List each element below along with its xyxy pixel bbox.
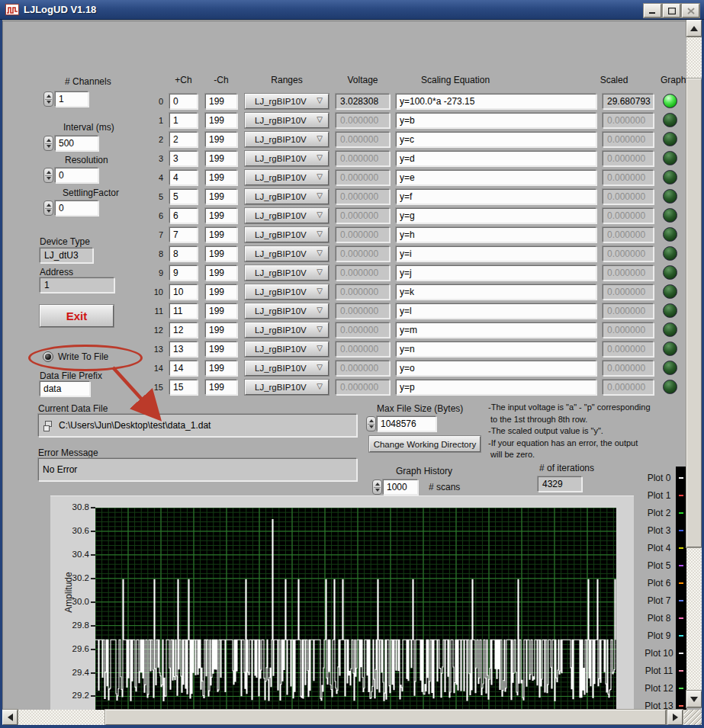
legend-item[interactable]: Plot 2 xyxy=(635,505,683,522)
pos-channel-input[interactable] xyxy=(169,151,198,166)
range-dropdown[interactable]: LJ_rgBIP10V ▽ xyxy=(245,322,329,338)
legend-item[interactable]: Plot 11 xyxy=(635,662,683,680)
pos-channel-input[interactable] xyxy=(169,284,198,300)
scroll-left-button[interactable] xyxy=(2,710,18,725)
range-dropdown[interactable]: LJ_rgBIP10V ▽ xyxy=(245,303,329,319)
graph-history-stepper[interactable] xyxy=(372,479,382,495)
scroll-down-button[interactable] xyxy=(686,691,702,707)
scaling-equation-input[interactable] xyxy=(396,208,596,223)
range-dropdown[interactable]: LJ_rgBIP10V ▽ xyxy=(245,342,329,357)
horizontal-scroll-thumb[interactable] xyxy=(105,710,666,725)
graph-led[interactable] xyxy=(663,246,677,261)
maximize-button[interactable] xyxy=(663,4,680,18)
pos-channel-input[interactable] xyxy=(169,303,198,319)
neg-channel-input[interactable] xyxy=(205,132,237,147)
legend-item[interactable]: Plot 0 xyxy=(635,470,683,487)
neg-channel-input[interactable] xyxy=(205,342,237,357)
neg-channel-input[interactable] xyxy=(205,170,237,185)
scaling-equation-input[interactable] xyxy=(396,246,596,261)
pos-channel-input[interactable] xyxy=(169,246,198,261)
graph-led[interactable] xyxy=(663,132,677,146)
scaling-equation-input[interactable] xyxy=(396,303,596,319)
pos-channel-input[interactable] xyxy=(169,227,198,242)
graph-led[interactable] xyxy=(663,284,677,299)
graph-led[interactable] xyxy=(663,342,677,356)
pos-channel-input[interactable] xyxy=(169,94,198,109)
range-dropdown[interactable]: LJ_rgBIP10V ▽ xyxy=(245,132,329,147)
scaling-equation-input[interactable] xyxy=(396,342,596,357)
legend-item[interactable]: Plot 4 xyxy=(635,540,683,557)
pos-channel-input[interactable] xyxy=(169,380,198,395)
graph-led[interactable] xyxy=(663,151,677,165)
neg-channel-input[interactable] xyxy=(205,303,237,319)
neg-channel-input[interactable] xyxy=(205,189,237,204)
pos-channel-input[interactable] xyxy=(169,342,198,357)
legend-item[interactable]: Plot 12 xyxy=(635,680,683,698)
scaling-equation-input[interactable] xyxy=(396,265,596,281)
graph-history-input[interactable] xyxy=(383,479,418,495)
pos-channel-input[interactable] xyxy=(169,361,198,376)
graph-led[interactable] xyxy=(663,94,677,108)
graph-led[interactable] xyxy=(663,170,677,184)
change-working-directory-button[interactable]: Change Working Directory xyxy=(369,436,481,452)
neg-channel-input[interactable] xyxy=(205,246,237,261)
pos-channel-input[interactable] xyxy=(169,208,198,223)
neg-channel-input[interactable] xyxy=(205,380,237,395)
current-data-file-path[interactable]: C:\Users\Jun\Desktop\test\data_1.dat xyxy=(38,414,357,437)
neg-channel-input[interactable] xyxy=(205,94,237,109)
max-file-size-input[interactable] xyxy=(377,416,436,431)
scaling-equation-input[interactable] xyxy=(396,170,596,185)
range-dropdown[interactable]: LJ_rgBIP10V ▽ xyxy=(245,361,329,376)
graph-led[interactable] xyxy=(663,208,677,223)
neg-channel-input[interactable] xyxy=(205,265,237,281)
range-dropdown[interactable]: LJ_rgBIP10V ▽ xyxy=(245,246,329,261)
pos-channel-input[interactable] xyxy=(169,132,198,147)
scaling-equation-input[interactable] xyxy=(396,151,596,166)
range-dropdown[interactable]: LJ_rgBIP10V ▽ xyxy=(245,170,329,185)
scaling-equation-input[interactable] xyxy=(396,132,596,147)
pos-channel-input[interactable] xyxy=(169,265,198,281)
range-dropdown[interactable]: LJ_rgBIP10V ▽ xyxy=(245,94,329,109)
pos-channel-input[interactable] xyxy=(169,113,198,128)
graph-led[interactable] xyxy=(663,265,677,280)
graph-led[interactable] xyxy=(663,361,677,375)
resize-grip[interactable] xyxy=(684,710,702,725)
legend-item[interactable]: Plot 9 xyxy=(635,627,683,645)
pos-channel-input[interactable] xyxy=(169,170,198,185)
scaling-equation-input[interactable] xyxy=(396,284,596,300)
graph-led[interactable] xyxy=(663,322,677,337)
scaling-equation-input[interactable] xyxy=(396,227,596,242)
scroll-right-button[interactable] xyxy=(667,710,683,725)
neg-channel-input[interactable] xyxy=(205,208,237,223)
pos-channel-input[interactable] xyxy=(169,322,198,338)
neg-channel-input[interactable] xyxy=(205,322,237,338)
neg-channel-input[interactable] xyxy=(205,227,237,242)
vertical-scroll-thumb[interactable] xyxy=(686,79,702,547)
range-dropdown[interactable]: LJ_rgBIP10V ▽ xyxy=(245,189,329,204)
legend-item[interactable]: Plot 10 xyxy=(635,645,683,662)
range-dropdown[interactable]: LJ_rgBIP10V ▽ xyxy=(245,151,329,166)
neg-channel-input[interactable] xyxy=(205,113,237,128)
range-dropdown[interactable]: LJ_rgBIP10V ▽ xyxy=(245,113,329,128)
range-dropdown[interactable]: LJ_rgBIP10V ▽ xyxy=(245,380,329,395)
legend-item[interactable]: Plot 7 xyxy=(635,592,683,610)
scaling-equation-input[interactable] xyxy=(396,94,596,109)
graph-led[interactable] xyxy=(663,189,677,204)
graph-led[interactable] xyxy=(663,227,677,242)
neg-channel-input[interactable] xyxy=(205,284,237,300)
scaling-equation-input[interactable] xyxy=(396,189,596,204)
close-button[interactable] xyxy=(682,4,699,18)
legend-item[interactable]: Plot 5 xyxy=(635,557,683,575)
scaling-equation-input[interactable] xyxy=(396,322,596,338)
pos-channel-input[interactable] xyxy=(169,189,198,204)
legend-item[interactable]: Plot 1 xyxy=(635,487,683,505)
range-dropdown[interactable]: LJ_rgBIP10V ▽ xyxy=(245,208,329,223)
scaling-equation-input[interactable] xyxy=(396,113,596,128)
legend-item[interactable]: Plot 6 xyxy=(635,575,683,592)
scaling-equation-input[interactable] xyxy=(396,380,596,395)
graph-led[interactable] xyxy=(663,303,677,318)
scaling-equation-input[interactable] xyxy=(396,361,596,376)
range-dropdown[interactable]: LJ_rgBIP10V ▽ xyxy=(245,227,329,242)
range-dropdown[interactable]: LJ_rgBIP10V ▽ xyxy=(245,284,329,300)
neg-channel-input[interactable] xyxy=(205,361,237,376)
